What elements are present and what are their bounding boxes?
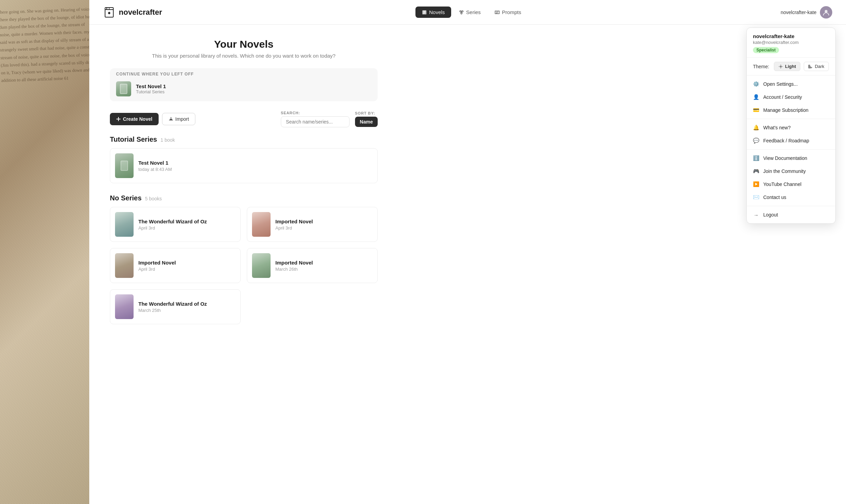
novel-date-1: April 3rd [275,225,313,231]
theme-label: Theme: [753,64,769,69]
create-novel-button[interactable]: Create Novel [110,113,159,125]
novel-card-2[interactable]: Imported Novel April 3rd [110,248,241,283]
novel-date-0: April 3rd [138,225,207,231]
page-subtitle: This is your personal library of novels.… [110,53,378,59]
novel-title-0: The Wonderful Wizard of Oz [138,219,207,224]
search-label: SEARCH: [281,111,350,115]
novel-date-test-novel-1: today at 8:43 AM [138,167,172,172]
novel-card-0[interactable]: The Wonderful Wizard of Oz April 3rd [110,207,241,242]
novel-thumb-2 [115,253,134,278]
novel-date-3: March 26th [275,267,313,272]
account-icon: 👤 [753,94,759,100]
svg-point-7 [460,11,461,12]
theme-light-button[interactable]: Light [774,62,800,71]
novel-row-test-novel-1[interactable]: Test Novel 1 today at 8:43 AM [110,148,378,183]
dropdown-item-whats-new[interactable]: 🔔 What's new? [747,121,835,134]
svg-line-11 [461,12,461,13]
page-title: Your Novels [110,38,378,50]
continue-novel-title: Test Novel 1 [136,83,166,89]
youtube-icon: ▶️ [753,181,759,187]
avatar [820,6,832,19]
continue-novel-series: Tutorial Series [136,89,166,94]
sort-button[interactable]: Name [355,117,378,127]
background-image: there going on. She was going on. Hearin… [0,0,89,504]
main-wrapper: novelcrafter Novels Series Prompts novel… [89,0,846,504]
logo-icon [103,6,115,19]
novel-thumb-3 [252,253,271,278]
novel-title-2: Imported Novel [138,260,176,266]
svg-point-8 [462,11,463,12]
bg-text-overlay: there going on. She was going on. Hearin… [0,0,89,91]
settings-icon: ⚙️ [753,81,759,87]
continue-thumb [116,81,131,96]
user-area[interactable]: novelcrafter-kate [781,6,832,19]
dropdown-section-resources: ℹ️ View Documentation 🎮 Join the Communi… [747,150,835,206]
feedback-icon: 💬 [753,138,759,144]
dropdown-item-manage-subscription[interactable]: 💳 Manage Subscription [747,104,835,117]
continue-label: CONTINUE WHERE YOU LEFT OFF [110,68,378,78]
novel-info-2: Imported Novel April 3rd [138,260,176,272]
dropdown-section-logout: → Logout [747,206,835,223]
dropdown-section-community: 🔔 What's new? 💬 Feedback / Roadmap [747,119,835,150]
novels-grid: The Wonderful Wizard of Oz April 3rd Imp… [110,207,378,324]
novel-info-test-novel-1: Test Novel 1 today at 8:43 AM [138,160,172,172]
series-count-no-series: 5 books [145,196,162,201]
novel-card-4[interactable]: The Wonderful Wizard of Oz March 25th [110,289,241,324]
series-count-tutorial: 1 book [160,137,175,143]
novel-date-4: March 25th [138,308,207,313]
dropdown-username: novelcrafter-kate [753,33,829,39]
novel-title-1: Imported Novel [275,219,313,224]
continue-info: Test Novel 1 Tutorial Series [136,83,166,94]
nav-tab-novels[interactable]: Novels [415,7,451,18]
specialist-badge: Specialist [753,47,779,53]
dropdown-item-logout[interactable]: → Logout [747,208,835,221]
continue-banner: CONTINUE WHERE YOU LEFT OFF Test Novel 1… [110,68,378,101]
user-dropdown-menu: novelcrafter-kate kate@novelcrafter.com … [746,27,836,224]
novel-title-4: The Wonderful Wizard of Oz [138,301,207,307]
logout-icon: → [753,212,759,218]
dropdown-item-open-settings[interactable]: ⚙️ Open Settings... [747,78,835,91]
svg-point-16 [780,66,782,68]
novel-thumb-1 [252,212,271,237]
username-label: novelcrafter-kate [781,10,816,15]
nav-tab-series[interactable]: Series [453,7,487,18]
toolbar-left: Create Novel Import [110,113,195,125]
logo-name: novelcrafter [119,8,162,17]
theme-dark-button[interactable]: Dark [804,62,828,71]
series-section-tutorial: Tutorial Series 1 book Test Novel 1 toda… [110,136,378,183]
dropdown-item-account-security[interactable]: 👤 Account / Security [747,91,835,104]
svg-point-15 [825,10,827,13]
community-icon: 🎮 [753,168,759,174]
novel-card-3[interactable]: Imported Novel March 26th [247,248,378,283]
novel-thumb-4 [115,294,134,319]
novel-thumb-test-novel-1 [115,153,134,178]
import-button[interactable]: Import [162,113,196,125]
svg-line-12 [461,12,462,13]
novel-info-1: Imported Novel April 3rd [275,219,313,231]
search-input[interactable] [281,116,350,127]
dropdown-item-contact[interactable]: ✉️ Contact us [747,191,835,204]
novel-info-3: Imported Novel March 26th [275,260,313,272]
toolbar: Create Novel Import SEARCH: SORT BY: Nam… [110,111,378,127]
dropdown-section-settings: ⚙️ Open Settings... 👤 Account / Security… [747,75,835,119]
contact-icon: ✉️ [753,194,759,200]
nav-tab-prompts[interactable]: Prompts [488,7,527,18]
dropdown-item-community[interactable]: 🎮 Join the Community [747,165,835,178]
novel-card-1[interactable]: Imported Novel April 3rd [247,207,378,242]
dropdown-item-youtube[interactable]: ▶️ YouTube Channel [747,178,835,191]
novel-title-3: Imported Novel [275,260,313,266]
docs-icon: ℹ️ [753,155,759,161]
dropdown-item-feedback[interactable]: 💬 Feedback / Roadmap [747,134,835,147]
theme-row: Theme: Light Dark [747,58,835,75]
header: novelcrafter Novels Series Prompts novel… [89,0,846,25]
series-name-tutorial: Tutorial Series [110,136,157,143]
continue-item[interactable]: Test Novel 1 Tutorial Series [110,78,378,101]
series-header-no-series: No Series 5 books [110,194,378,202]
novel-title-test-novel-1: Test Novel 1 [138,160,172,166]
novel-info-0: The Wonderful Wizard of Oz April 3rd [138,219,207,231]
whats-new-icon: 🔔 [753,125,759,131]
logo-area: novelcrafter [103,6,162,19]
dropdown-item-documentation[interactable]: ℹ️ View Documentation [747,152,835,165]
svg-rect-21 [120,84,127,94]
novel-date-2: April 3rd [138,267,176,272]
